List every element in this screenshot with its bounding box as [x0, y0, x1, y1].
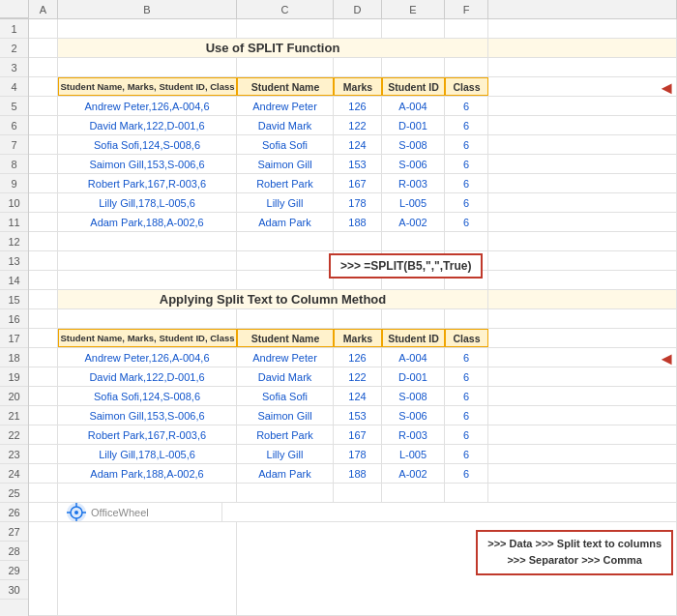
cell-c17-header: Student Name [237, 329, 334, 347]
cell-a4 [29, 77, 58, 96]
cell-d22: 167 [334, 425, 382, 444]
cell-d12 [334, 232, 382, 250]
col-header-b: B [58, 0, 237, 18]
cell-e10: L-005 [382, 193, 445, 212]
row-num-29: 29 [0, 561, 28, 580]
cell-d3 [334, 58, 382, 76]
cell-d5: 126 [334, 97, 382, 115]
row-11: Adam Park,188,A-002,6 Adam Park 188 A-00… [29, 213, 677, 232]
cell-b14 [58, 271, 237, 289]
row-8: Saimon Gill,153,S-006,6 Saimon Gill 153 … [29, 155, 677, 174]
cell-c12 [237, 232, 334, 250]
spreadsheet: A B C D E F 1 2 3 4 5 6 7 8 9 10 11 12 1… [0, 0, 677, 616]
col-header-a: A [29, 0, 58, 18]
cell-b8: Saimon Gill,153,S-006,6 [58, 155, 237, 173]
row-num-14: 14 [0, 271, 28, 290]
cell-f16 [445, 309, 488, 328]
cell-d19: 122 [334, 367, 382, 386]
cell-a7 [29, 135, 58, 154]
cell-c11: Adam Park [237, 213, 334, 231]
cell-e19: D-001 [382, 367, 445, 386]
cell-rest17 [488, 329, 677, 347]
cell-rest6 [488, 116, 677, 134]
cell-e5: A-004 [382, 97, 445, 115]
cell-a10 [29, 193, 58, 212]
cell-d25 [334, 484, 382, 502]
row-num-5: 5 [0, 97, 28, 116]
cell-f25 [445, 484, 488, 502]
cell-e12 [382, 232, 445, 250]
row-num-8: 8 [0, 155, 28, 174]
cell-rest2 [488, 39, 677, 57]
cell-b20: Sofia Sofi,124,S-008,6 [58, 387, 237, 405]
row-num-10: 10 [0, 193, 28, 213]
cell-a22 [29, 425, 58, 444]
cell-b12 [58, 232, 237, 250]
cell-b22: Robert Park,167,R-003,6 [58, 425, 237, 444]
cell-d21: 153 [334, 406, 382, 425]
cell-rest1 [488, 19, 677, 38]
row-23: Lilly Gill,178,L-005,6 Lilly Gill 178 L-… [29, 445, 677, 464]
note-line2: >>> Separator >>> Comma [487, 552, 662, 570]
cell-c22: Robert Park [237, 425, 334, 444]
row-num-16: 16 [0, 309, 28, 329]
row-9: Robert Park,167,R-003,6 Robert Park 167 … [29, 174, 677, 193]
cell-a6 [29, 116, 58, 134]
cell-rest12 [488, 232, 677, 250]
row-num-20: 20 [0, 387, 28, 406]
cell-f4-header: Class [445, 77, 488, 96]
cell-d11: 188 [334, 213, 382, 231]
row-num-7: 7 [0, 135, 28, 155]
cell-c1 [237, 19, 334, 38]
cell-d23: 178 [334, 445, 382, 463]
sheet-content: Use of SPLIT Function Student Name, Mark… [29, 19, 677, 616]
row-15: Applying Split Text to Column Method [29, 290, 677, 309]
cell-e4-header: Student ID [382, 77, 445, 96]
cell-b16 [58, 309, 237, 328]
cell-f1 [445, 19, 488, 38]
cell-a5 [29, 97, 58, 115]
cell-f18: 6 [445, 348, 488, 367]
cell-a15 [29, 290, 58, 308]
officewheel-logo-icon [66, 503, 87, 521]
cell-e11: A-002 [382, 213, 445, 231]
cell-e16 [382, 309, 445, 328]
col-header-d: D [334, 0, 382, 18]
svg-point-2 [74, 511, 78, 514]
cell-rest5 [488, 97, 677, 115]
col-header-c: C [237, 0, 334, 18]
row-3 [29, 58, 677, 77]
row-6: David Mark,122,D-001,6 David Mark 122 D-… [29, 116, 677, 135]
cell-rest11 [488, 213, 677, 231]
watermark-text: OfficeWheel [91, 507, 149, 518]
cell-c13 [237, 251, 334, 270]
cell-f5: 6 [445, 97, 488, 115]
cell-b13 [58, 251, 237, 270]
row-num-15: 15 [0, 290, 28, 309]
cell-a16 [29, 309, 58, 328]
row-num-26: 26 [0, 503, 28, 522]
cell-f17-header: Class [445, 329, 488, 347]
cell-f3 [445, 58, 488, 76]
cell-d10: 178 [334, 193, 382, 212]
cell-title2: Applying Split Text to Column Method [58, 290, 488, 308]
row-7: Sofia Sofi,124,S-008,6 Sofia Sofi 124 S-… [29, 135, 677, 155]
cell-a26 [29, 503, 58, 521]
cell-f9: 6 [445, 174, 488, 192]
cell-rest4 [488, 77, 677, 96]
row-19: David Mark,122,D-001,6 David Mark 122 D-… [29, 367, 677, 387]
cell-d8: 153 [334, 155, 382, 173]
cell-a23 [29, 445, 58, 463]
cell-e1 [382, 19, 445, 38]
row-num-24: 24 [0, 464, 28, 484]
col-header-rest [488, 0, 677, 18]
cell-rest25 [488, 484, 677, 502]
cell-b19: David Mark,122,D-001,6 [58, 367, 237, 386]
row-21: Saimon Gill,153,S-006,6 Saimon Gill 153 … [29, 406, 677, 425]
row-num-17: 17 [0, 329, 28, 348]
cell-c24: Adam Park [237, 464, 334, 483]
row-num-27: 27 [0, 522, 28, 542]
col-header-e: E [382, 0, 445, 18]
row-num-19: 19 [0, 367, 28, 387]
cell-f20: 6 [445, 387, 488, 405]
